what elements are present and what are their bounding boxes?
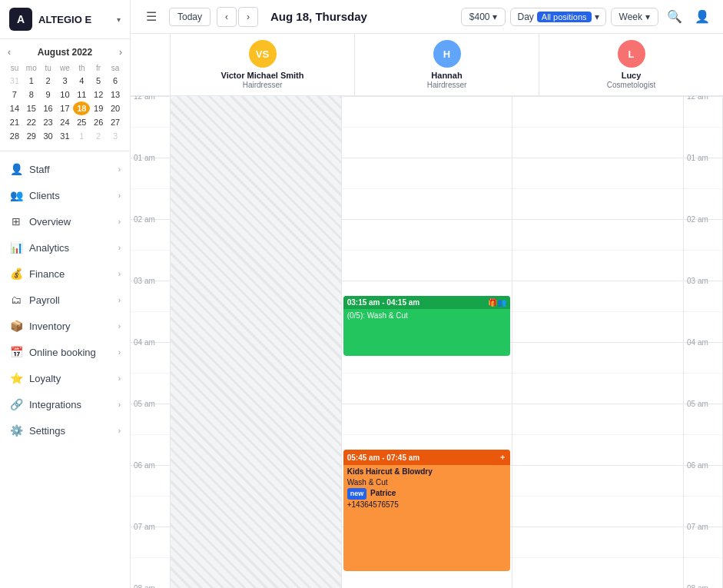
time-slot [131, 496, 170, 527]
calendar-day[interactable]: 3 [107, 129, 124, 143]
appt-body: Kids Haircut & Blowdry Wash & Cut new Pa… [343, 465, 511, 513]
positions-chevron-icon: ▾ [595, 12, 599, 22]
calendar-day[interactable]: 10 [57, 88, 74, 101]
calendar-day[interactable]: 24 [57, 115, 74, 129]
next-date-button[interactable]: › [238, 7, 258, 27]
search-button[interactable]: 🔍 [663, 5, 686, 28]
sidebar-item-settings[interactable]: ⚙️ Settings › [0, 417, 130, 443]
grid-slot[interactable] [512, 557, 683, 588]
today-button[interactable]: Today [169, 8, 211, 26]
sidebar-item-finance[interactable]: 💰 Finance › [0, 261, 130, 287]
grid-col-0[interactable] [171, 96, 342, 588]
calendar-day[interactable]: 2 [40, 74, 57, 88]
staff-avatar: H [433, 40, 461, 68]
calendar-day[interactable]: 31 [57, 129, 74, 143]
calendar-day[interactable]: 9 [40, 88, 57, 101]
calendar-day[interactable]: 19 [90, 101, 107, 115]
grid-slot[interactable] [512, 250, 683, 281]
calendar-day[interactable]: 13 [107, 88, 124, 101]
appointment[interactable]: 03:15 am - 04:15 am 🎁👥 (0/5): Wash & Cut [343, 296, 511, 356]
calendar-day[interactable]: 26 [90, 115, 107, 129]
sidebar-item-online_booking[interactable]: 📅 Online booking › [0, 339, 130, 365]
sidebar-item-analytics[interactable]: 📊 Analytics › [0, 234, 130, 261]
grid-slot[interactable] [512, 496, 683, 527]
calendar-day[interactable]: 28 [6, 129, 23, 143]
calendar-day[interactable]: 29 [23, 129, 40, 143]
prev-date-button[interactable]: ‹ [217, 7, 237, 27]
calendar-day[interactable]: 1 [73, 129, 90, 143]
grid-slot[interactable] [512, 281, 683, 311]
grid-slot[interactable] [342, 158, 512, 188]
grid-slot[interactable] [512, 219, 683, 250]
sidebar-item-integrations[interactable]: 🔗 Integrations › [0, 391, 130, 417]
staff-col-1: H Hannah Hairdresser [355, 34, 539, 95]
calendar-body[interactable]: 12 am01 am02 am03 am04 am05 am06 am07 am… [131, 96, 723, 588]
day-label: Day [517, 12, 533, 22]
appointment[interactable]: 05:45 am - 07:45 am ＋ Kids Haircut & Blo… [343, 450, 511, 571]
grid-slot[interactable] [342, 373, 512, 404]
calendar-day[interactable]: 15 [23, 101, 40, 115]
grid-col-1[interactable]: 03:15 am - 04:15 am 🎁👥 (0/5): Wash & Cut… [342, 96, 513, 588]
calendar-day[interactable]: 2 [90, 129, 107, 143]
next-month-button[interactable]: › [118, 47, 124, 58]
time-slot [131, 127, 170, 158]
grid-slot[interactable] [512, 342, 683, 373]
grid-col-2[interactable] [512, 96, 683, 588]
sidebar-item-staff[interactable]: 👤 Staff › [0, 156, 130, 182]
time-slot [684, 250, 722, 281]
calendar-day[interactable]: 31 [6, 74, 23, 88]
positions-button[interactable]: Day All positions ▾ [510, 8, 605, 26]
calendar-day[interactable]: 11 [73, 88, 90, 101]
calendar-day[interactable]: 22 [23, 115, 40, 129]
grid-slot[interactable] [342, 219, 512, 250]
calendar-day[interactable]: 27 [107, 115, 124, 129]
calendar-day[interactable]: 20 [107, 101, 124, 115]
calendar-day[interactable]: 21 [6, 115, 23, 129]
budget-filter-button[interactable]: $400 ▾ [461, 8, 506, 26]
calendar-day[interactable]: 3 [57, 74, 74, 88]
grid-slot[interactable] [512, 158, 683, 188]
calendar-day[interactable]: 7 [6, 88, 23, 101]
grid-slot[interactable] [512, 127, 683, 158]
user-button[interactable]: 👤 [691, 5, 714, 28]
grid-slot[interactable] [512, 465, 683, 496]
grid-slot[interactable] [512, 188, 683, 219]
calendar-day[interactable]: 18 [73, 101, 90, 115]
grid-slot[interactable] [342, 404, 512, 434]
grid-slot[interactable] [512, 527, 683, 557]
calendar-day[interactable]: 30 [40, 129, 57, 143]
sidebar-item-inventory[interactable]: 📦 Inventory › [0, 313, 130, 339]
grid-slot[interactable] [342, 188, 512, 219]
calendar-day[interactable]: 14 [6, 101, 23, 115]
logo-area[interactable]: A ALTEGIO E ▾ [0, 0, 130, 39]
calendar-day[interactable]: 1 [23, 74, 40, 88]
sidebar-item-clients[interactable]: 👥 Clients › [0, 182, 130, 208]
sidebar-item-loyalty[interactable]: ⭐ Loyalty › [0, 365, 130, 391]
grid-slot[interactable] [512, 404, 683, 434]
calendar-day[interactable]: 4 [73, 74, 90, 88]
grid-slot[interactable] [342, 250, 512, 281]
calendar-day[interactable]: 25 [73, 115, 90, 129]
calendar-day[interactable]: 17 [57, 101, 74, 115]
menu-button[interactable]: ☰ [140, 5, 163, 28]
grid-slot[interactable] [342, 96, 512, 127]
calendar-day[interactable]: 6 [107, 74, 124, 88]
calendar-day[interactable]: 23 [40, 115, 57, 129]
grid-slot[interactable] [512, 434, 683, 465]
sidebar-item-payroll[interactable]: 🗂 Payroll › [0, 287, 130, 313]
calendar-day[interactable]: 8 [23, 88, 40, 101]
calendar-day[interactable]: 12 [90, 88, 107, 101]
time-label: 04 am [131, 338, 158, 347]
week-button[interactable]: Week ▾ [611, 8, 658, 26]
calendar-day[interactable]: 16 [40, 101, 57, 115]
sidebar-item-overview[interactable]: ⊞ Overview › [0, 208, 130, 234]
sidebar-chevron-icon: › [118, 374, 121, 383]
prev-month-button[interactable]: ‹ [6, 47, 12, 58]
time-slot [131, 557, 170, 588]
time-label: 03 am [684, 277, 711, 285]
grid-slot[interactable] [512, 311, 683, 342]
calendar-day[interactable]: 5 [90, 74, 107, 88]
grid-slot[interactable] [512, 373, 683, 404]
grid-slot[interactable] [512, 96, 683, 127]
grid-slot[interactable] [342, 127, 512, 158]
